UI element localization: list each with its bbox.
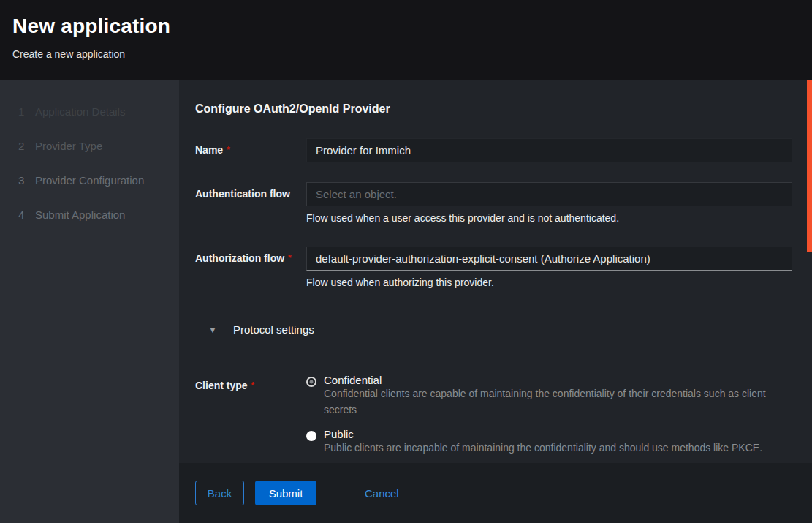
sidebar-step-submit-application[interactable]: 4 Submit Application xyxy=(0,201,179,228)
authorization-flow-label: Authorization flow* xyxy=(195,247,306,290)
step-number: 4 xyxy=(18,208,35,221)
step-number: 2 xyxy=(18,140,35,152)
protocol-settings-toggle[interactable]: ▼ Protocol settings xyxy=(208,323,314,336)
authorization-flow-helper: Flow used when authorizing this provider… xyxy=(306,276,792,290)
form-row-authorization-flow: Authorization flow* default-provider-aut… xyxy=(195,247,792,290)
vertical-scrollbar-thumb[interactable] xyxy=(807,80,812,252)
step-label: Provider Type xyxy=(35,140,102,152)
name-input[interactable] xyxy=(306,138,792,162)
client-type-option-confidential: Confidential Confidential clients are ca… xyxy=(306,374,792,418)
wizard-steps-sidebar: 1 Application Details 2 Provider Type 3 … xyxy=(0,80,179,523)
protocol-settings-label: Protocol settings xyxy=(233,323,314,336)
chevron-down-icon: ▼ xyxy=(208,326,217,334)
sidebar-step-application-details[interactable]: 1 Application Details xyxy=(0,98,179,125)
radio-confidential-description: Confidential clients are capable of main… xyxy=(324,388,766,415)
select-placeholder: Select an object. xyxy=(316,188,397,200)
sidebar-step-provider-configuration[interactable]: 3 Provider Configuration xyxy=(0,167,179,194)
authentication-flow-label: Authentication flow xyxy=(195,182,306,226)
radio-public[interactable] xyxy=(306,431,316,441)
required-asterisk: * xyxy=(288,253,292,263)
authentication-flow-select[interactable]: Select an object. xyxy=(306,182,792,206)
wizard-main-panel: Configure OAuth2/OpenId Provider Name* A… xyxy=(179,80,812,463)
step-label: Submit Application xyxy=(35,208,125,221)
form-row-name: Name* xyxy=(195,138,792,162)
step-label: Provider Configuration xyxy=(35,174,144,187)
back-button[interactable]: Back xyxy=(195,481,244,505)
radio-confidential[interactable] xyxy=(306,377,316,387)
sidebar-step-provider-type[interactable]: 2 Provider Type xyxy=(0,132,179,159)
form-row-client-type: Client type* Confidential Confidential c… xyxy=(195,374,792,456)
required-asterisk: * xyxy=(251,380,255,391)
client-type-label: Client type* xyxy=(195,374,306,456)
page-subtitle: Create a new application xyxy=(12,48,794,60)
page-title: New application xyxy=(12,15,794,38)
step-number: 1 xyxy=(18,105,35,118)
authorization-flow-select[interactable]: default-provider-authorization-explicit-… xyxy=(306,247,792,271)
step-label: Application Details xyxy=(35,105,125,118)
submit-button[interactable]: Submit xyxy=(255,481,316,505)
page-header: New application Create a new application xyxy=(0,0,812,80)
radio-confidential-label[interactable]: Confidential xyxy=(324,374,792,386)
required-asterisk: * xyxy=(227,145,230,155)
select-value: default-provider-authorization-explicit-… xyxy=(316,252,650,265)
wizard-footer: Back Submit Cancel xyxy=(179,463,812,523)
step-number: 3 xyxy=(18,174,35,187)
authentication-flow-helper: Flow used when a user access this provid… xyxy=(306,211,792,226)
radio-public-label[interactable]: Public xyxy=(324,428,762,440)
radio-public-description: Public clients are incapable of maintain… xyxy=(324,442,762,454)
name-label: Name* xyxy=(195,138,306,162)
cancel-link[interactable]: Cancel xyxy=(365,487,399,500)
form-heading: Configure OAuth2/OpenId Provider xyxy=(195,102,792,116)
form-row-authentication-flow: Authentication flow Select an object. Fl… xyxy=(195,182,792,226)
client-type-option-public: Public Public clients are incapable of m… xyxy=(306,428,792,456)
